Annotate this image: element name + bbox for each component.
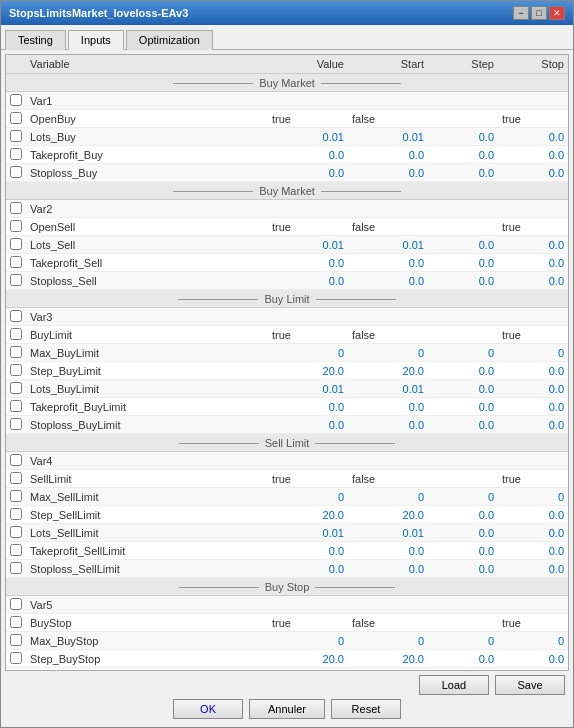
row-checkbox-cell (6, 344, 26, 362)
var-start-cell: 0.0 (348, 146, 428, 164)
load-button[interactable]: Load (419, 675, 489, 695)
row-checkbox[interactable] (10, 400, 22, 412)
row-checkbox[interactable] (10, 220, 22, 232)
var-stop-cell: 0.0 (498, 128, 568, 146)
row-checkbox[interactable] (10, 94, 22, 106)
row-checkbox[interactable] (10, 148, 22, 160)
var-start-cell: 0.0 (348, 272, 428, 290)
var-step-cell: 0 (428, 344, 498, 362)
row-checkbox-cell (6, 416, 26, 434)
row-checkbox[interactable] (10, 454, 22, 466)
var-start-cell: 0.01 (348, 524, 428, 542)
var-step-cell: 0 (428, 632, 498, 650)
var-start-cell: 20.0 (348, 650, 428, 668)
col-stop: Stop (498, 55, 568, 74)
tab-optimization[interactable]: Optimization (126, 30, 213, 50)
var-value-cell: true (268, 110, 348, 128)
var-start-cell: 0 (348, 632, 428, 650)
var-start-cell (348, 92, 428, 110)
row-checkbox[interactable] (10, 364, 22, 376)
var-value-cell: 0.0 (268, 272, 348, 290)
col-check (6, 55, 26, 74)
var-value-cell (268, 200, 348, 218)
maximize-button[interactable]: □ (531, 6, 547, 20)
table-row: Buy Limit (6, 290, 568, 308)
table-row: Var4 (6, 452, 568, 470)
var-step-cell: 0.0 (428, 650, 498, 668)
col-variable: Variable (26, 55, 268, 74)
var-value-cell: 0 (268, 632, 348, 650)
table-container[interactable]: Variable Value Start Step Stop Buy Marke… (5, 54, 569, 671)
row-checkbox-cell (6, 380, 26, 398)
var-stop-cell (498, 596, 568, 614)
row-checkbox[interactable] (10, 652, 22, 664)
reset-button[interactable]: Reset (331, 699, 401, 719)
var-stop-cell: 0.0 (498, 650, 568, 668)
var-name-cell: Stoploss_Sell (26, 272, 268, 290)
row-checkbox[interactable] (10, 544, 22, 556)
row-checkbox[interactable] (10, 382, 22, 394)
row-checkbox[interactable] (10, 346, 22, 358)
var-name-cell: Max_BuyStop (26, 632, 268, 650)
var-start-cell: 0.01 (348, 128, 428, 146)
row-checkbox[interactable] (10, 616, 22, 628)
row-checkbox[interactable] (10, 202, 22, 214)
window-title: StopsLimitsMarket_loveloss-EAv3 (9, 7, 188, 19)
row-checkbox[interactable] (10, 490, 22, 502)
row-checkbox-cell (6, 146, 26, 164)
var-stop-cell: 0.0 (498, 524, 568, 542)
var-value-cell: true (268, 614, 348, 632)
tab-testing[interactable]: Testing (5, 30, 66, 50)
save-button[interactable]: Save (495, 675, 565, 695)
table-row: Takeprofit_Sell0.00.00.00.0 (6, 254, 568, 272)
minimize-button[interactable]: − (513, 6, 529, 20)
row-checkbox[interactable] (10, 508, 22, 520)
var-value-cell: 0.0 (268, 398, 348, 416)
row-checkbox[interactable] (10, 130, 22, 142)
var-name-cell: Var1 (26, 92, 268, 110)
var-name-cell: Step_SellLimit (26, 506, 268, 524)
ok-button[interactable]: OK (173, 699, 243, 719)
row-checkbox[interactable] (10, 166, 22, 178)
row-checkbox[interactable] (10, 472, 22, 484)
section-label: Buy Stop (6, 578, 568, 596)
row-checkbox[interactable] (10, 418, 22, 430)
row-checkbox[interactable] (10, 598, 22, 610)
annuler-button[interactable]: Annuler (249, 699, 325, 719)
section-label: Buy Market (6, 182, 568, 200)
row-checkbox[interactable] (10, 238, 22, 250)
close-button[interactable]: ✕ (549, 6, 565, 20)
row-checkbox[interactable] (10, 634, 22, 646)
table-row: Var2 (6, 200, 568, 218)
var-name-cell: OpenSell (26, 218, 268, 236)
row-checkbox-cell (6, 128, 26, 146)
var-step-cell: 0.0 (428, 128, 498, 146)
row-checkbox[interactable] (10, 328, 22, 340)
var-stop-cell (498, 308, 568, 326)
row-checkbox[interactable] (10, 274, 22, 286)
var-value-cell (268, 92, 348, 110)
row-checkbox-cell (6, 614, 26, 632)
var-value-cell: 0.01 (268, 524, 348, 542)
var-value-cell: true (268, 218, 348, 236)
var-step-cell: 0.0 (428, 506, 498, 524)
table-row: Max_BuyStop0000 (6, 632, 568, 650)
row-checkbox[interactable] (10, 256, 22, 268)
row-checkbox[interactable] (10, 526, 22, 538)
var-name-cell: SellLimit (26, 470, 268, 488)
tab-inputs[interactable]: Inputs (68, 30, 124, 50)
var-value-cell: 20.0 (268, 362, 348, 380)
row-checkbox-cell (6, 236, 26, 254)
var-step-cell: 0.0 (428, 416, 498, 434)
var-value-cell: 20.0 (268, 506, 348, 524)
table-row: Lots_Sell0.010.010.00.0 (6, 236, 568, 254)
row-checkbox[interactable] (10, 310, 22, 322)
var-start-cell: 0 (348, 344, 428, 362)
row-checkbox[interactable] (10, 562, 22, 574)
var-step-cell (428, 92, 498, 110)
row-checkbox[interactable] (10, 112, 22, 124)
var-start-cell: 0.0 (348, 164, 428, 182)
var-stop-cell: 0.0 (498, 398, 568, 416)
tabs-bar: Testing Inputs Optimization (1, 25, 573, 50)
var-step-cell: 0.0 (428, 380, 498, 398)
